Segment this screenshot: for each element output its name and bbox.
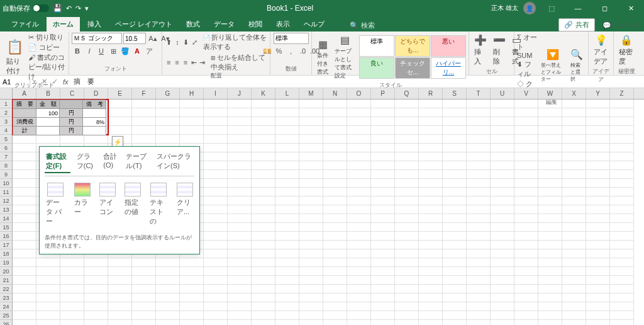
cell[interactable] (371, 258, 395, 267)
style-check[interactable]: チェック セ... (395, 57, 430, 79)
cell[interactable] (347, 144, 371, 152)
cell[interactable] (610, 152, 634, 161)
cell[interactable] (36, 276, 60, 285)
cell[interactable] (443, 214, 467, 223)
cell[interactable] (538, 117, 562, 126)
cell[interactable] (586, 161, 610, 170)
col-header-W[interactable]: W (538, 88, 562, 99)
row-header-16[interactable]: 16 (0, 232, 12, 241)
cell[interactable] (514, 294, 538, 302)
cell[interactable] (538, 223, 562, 232)
cell[interactable] (443, 108, 467, 117)
cell[interactable] (252, 152, 275, 161)
cell[interactable] (275, 232, 299, 241)
cell[interactable] (514, 179, 538, 188)
row-header-19[interactable]: 19 (0, 258, 12, 267)
cell[interactable] (156, 320, 180, 325)
col-header-G[interactable]: G (156, 88, 180, 99)
cell[interactable] (562, 311, 586, 320)
cell-d4[interactable] (83, 127, 106, 135)
cell[interactable] (371, 108, 395, 117)
cell[interactable] (156, 258, 180, 267)
qa-tab-tables[interactable]: テーブル(T) (125, 151, 150, 173)
orientation-icon[interactable]: ⤢ (191, 37, 199, 48)
cell[interactable] (562, 241, 586, 249)
cell[interactable] (204, 232, 228, 241)
save-icon[interactable]: 💾 (53, 4, 62, 13)
cell[interactable] (347, 241, 371, 249)
cell[interactable] (395, 311, 419, 320)
cell[interactable] (586, 320, 610, 325)
cell[interactable] (13, 320, 36, 325)
cell[interactable] (228, 117, 252, 126)
cell[interactable] (108, 126, 132, 135)
cell[interactable] (514, 267, 538, 276)
cell[interactable] (132, 302, 156, 311)
cell[interactable] (514, 108, 538, 117)
cell[interactable] (419, 152, 443, 161)
cell[interactable] (84, 276, 108, 285)
cell[interactable] (84, 294, 108, 302)
cell[interactable] (586, 126, 610, 135)
share-button[interactable]: 🔗 共有 (558, 18, 595, 31)
row-header-14[interactable]: 14 (0, 214, 12, 223)
cell[interactable] (538, 126, 562, 135)
cell[interactable] (347, 161, 371, 170)
cell[interactable] (84, 258, 108, 267)
cell-d1[interactable]: 備 考 (83, 100, 106, 109)
cell[interactable] (13, 152, 36, 161)
cell[interactable] (252, 285, 275, 294)
cell[interactable] (562, 144, 586, 152)
cell[interactable] (491, 249, 514, 258)
cell[interactable] (132, 258, 156, 267)
cell[interactable] (371, 100, 395, 108)
cell[interactable] (299, 126, 323, 135)
cell[interactable] (395, 241, 419, 249)
col-header-H[interactable]: H (180, 88, 204, 99)
cell[interactable] (491, 126, 514, 135)
cell[interactable] (323, 311, 347, 320)
cell[interactable] (467, 205, 491, 214)
cell[interactable] (204, 302, 228, 311)
cell[interactable] (299, 117, 323, 126)
indent-inc-icon[interactable]: ⇥ (198, 57, 206, 68)
cell[interactable] (228, 135, 252, 144)
cell[interactable] (419, 161, 443, 170)
cell[interactable] (443, 100, 467, 108)
cell[interactable] (443, 311, 467, 320)
cell[interactable] (610, 276, 634, 285)
cell[interactable] (419, 214, 443, 223)
cell[interactable] (132, 100, 156, 108)
col-header-M[interactable]: M (299, 88, 323, 99)
cell[interactable] (395, 108, 419, 117)
cell[interactable] (491, 267, 514, 276)
cell[interactable] (299, 223, 323, 232)
cell[interactable] (180, 258, 204, 267)
cell[interactable] (252, 232, 275, 241)
cell[interactable] (228, 276, 252, 285)
cell[interactable] (13, 197, 36, 205)
delete-cells-button[interactable]: ➖削除 (491, 33, 508, 67)
cell[interactable] (514, 320, 538, 325)
cell[interactable] (108, 302, 132, 311)
cell[interactable] (323, 249, 347, 258)
cell[interactable] (491, 223, 514, 232)
cell[interactable] (347, 267, 371, 276)
cell[interactable] (13, 223, 36, 232)
cell[interactable] (443, 294, 467, 302)
cell[interactable] (586, 117, 610, 126)
cell[interactable] (443, 249, 467, 258)
cell[interactable] (395, 302, 419, 311)
cell[interactable] (562, 100, 586, 108)
qa-databars-button[interactable]: データ バー (46, 183, 65, 226)
cell[interactable] (204, 126, 228, 135)
cell[interactable] (371, 294, 395, 302)
cell[interactable] (156, 294, 180, 302)
cell[interactable] (275, 170, 299, 179)
cell[interactable] (538, 108, 562, 117)
cell[interactable] (13, 302, 36, 311)
cell[interactable] (13, 232, 36, 241)
cell-b1[interactable]: 金 額 (36, 100, 60, 109)
cell[interactable] (299, 144, 323, 152)
qa-tab-charts[interactable]: グラフ(C) (75, 151, 97, 173)
